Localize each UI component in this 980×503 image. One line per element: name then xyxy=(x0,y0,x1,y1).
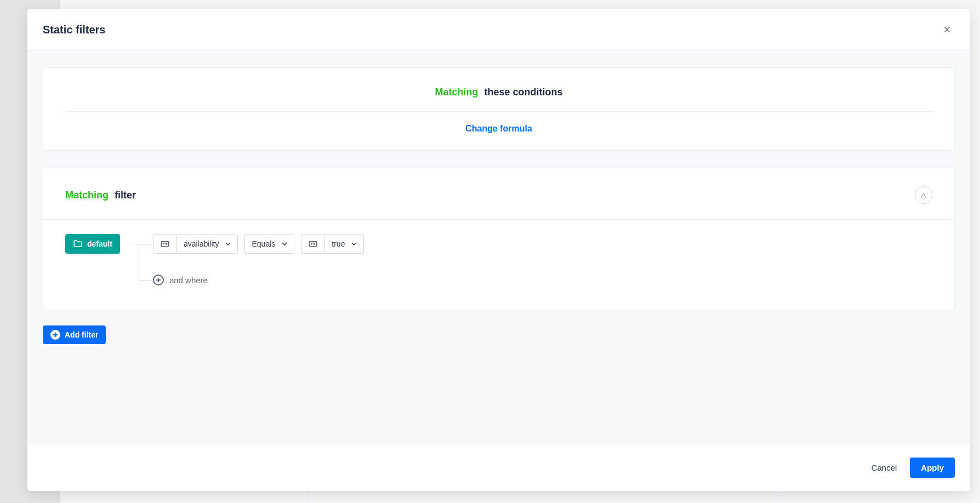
and-where-row: and where xyxy=(153,270,364,290)
attribute-icon xyxy=(160,239,170,249)
plus-circle-icon xyxy=(153,275,164,285)
change-formula-link[interactable]: Change formula xyxy=(465,124,532,134)
field-name: availability xyxy=(184,239,219,248)
value-selector[interactable]: true xyxy=(301,234,364,254)
value-type-icon-seg xyxy=(301,235,324,253)
filter-matching-label: Matching xyxy=(65,190,109,201)
operator-label: Equals xyxy=(252,239,275,248)
modal-body: Matching these conditions Change formula… xyxy=(27,51,970,444)
svg-point-1 xyxy=(163,243,164,244)
value-label: true xyxy=(332,239,345,248)
close-button[interactable] xyxy=(939,22,955,37)
and-where-button[interactable]: and where xyxy=(153,275,208,285)
modal-footer: Cancel Apply xyxy=(27,444,970,491)
close-icon xyxy=(942,25,952,35)
plus-solid-icon xyxy=(50,330,60,340)
conditions-summary: Matching these conditions xyxy=(65,87,932,112)
group-pill[interactable]: default xyxy=(65,234,120,254)
chevron-down-icon xyxy=(225,239,231,248)
field-type-icon-seg xyxy=(153,235,176,253)
and-where-label: and where xyxy=(169,276,208,285)
chevron-down-icon xyxy=(282,239,287,248)
field-selector[interactable]: availability xyxy=(153,234,238,254)
conditions-card: Matching these conditions Change formula xyxy=(43,67,955,151)
filter-card-header: Matching filter A xyxy=(43,168,954,220)
modal-title: Static filters xyxy=(43,24,105,36)
svg-point-3 xyxy=(311,243,312,244)
attribute-icon xyxy=(308,239,318,249)
filter-tree: availability Equals xyxy=(131,234,364,290)
operator-seg: Equals xyxy=(245,235,294,253)
filter-badge: A xyxy=(915,186,932,204)
add-filter-button[interactable]: Add filter xyxy=(43,325,106,344)
static-filters-modal: Static filters Matching these conditions… xyxy=(27,9,970,491)
chevron-down-icon xyxy=(351,239,357,248)
cancel-button[interactable]: Cancel xyxy=(871,463,897,472)
conditions-matching-label: Matching xyxy=(435,87,478,98)
field-name-seg: availability xyxy=(176,235,238,253)
background-dashed-box xyxy=(307,491,778,503)
modal-header: Static filters xyxy=(27,9,970,51)
filter-suffix: filter xyxy=(115,190,136,201)
filter-card-body: default availability xyxy=(43,220,954,310)
value-seg: true xyxy=(324,235,363,253)
add-filter-label: Add filter xyxy=(65,330,98,339)
conditions-suffix: these conditions xyxy=(485,87,563,98)
filter-row: default availability xyxy=(65,234,932,290)
folder-icon xyxy=(73,239,83,249)
group-pill-label: default xyxy=(87,239,112,248)
filter-card: Matching filter A default xyxy=(43,167,955,310)
filter-condition-row: availability Equals xyxy=(153,234,364,254)
apply-button[interactable]: Apply xyxy=(910,458,955,478)
operator-selector[interactable]: Equals xyxy=(244,234,294,254)
filter-card-title: Matching filter xyxy=(65,190,136,201)
